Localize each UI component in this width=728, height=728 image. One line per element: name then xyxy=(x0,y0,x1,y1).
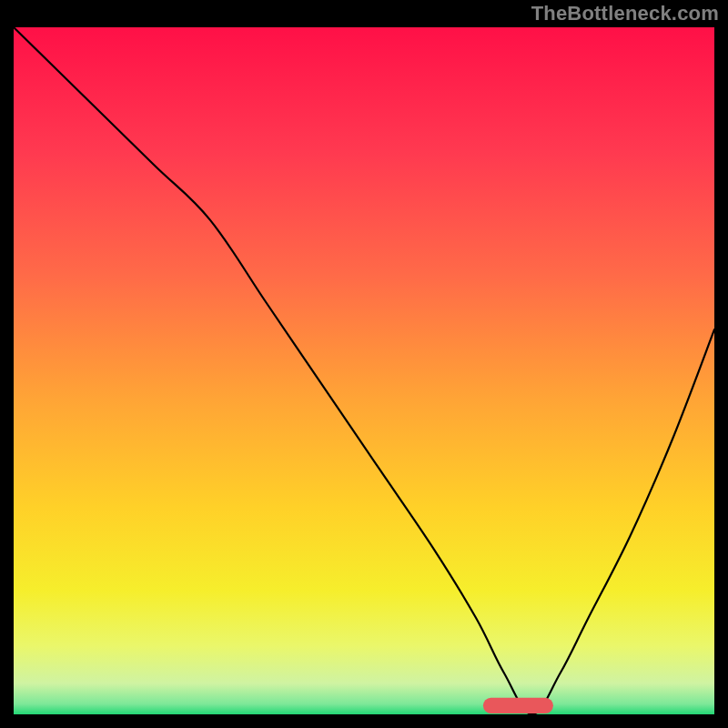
watermark-label: TheBottleneck.com xyxy=(531,2,719,25)
optimal-marker xyxy=(483,698,553,713)
chart-frame: TheBottleneck.com xyxy=(0,0,728,728)
plot-area xyxy=(14,27,714,714)
bottleneck-chart xyxy=(14,27,714,714)
